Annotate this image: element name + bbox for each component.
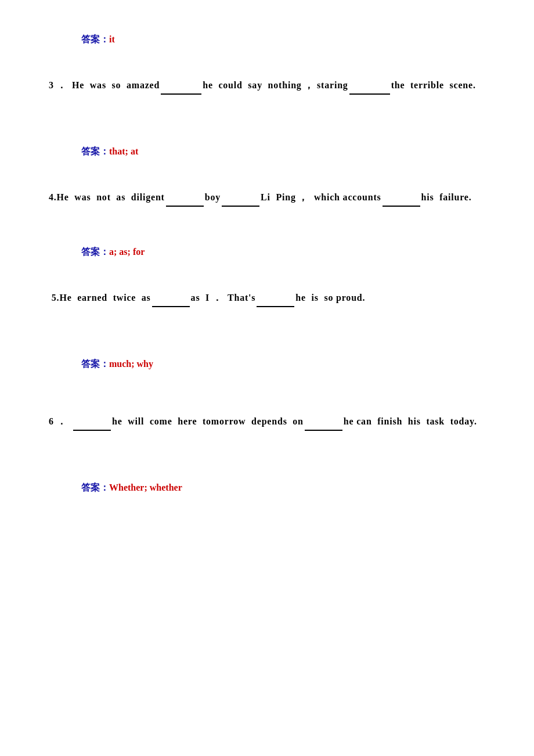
answer-block-5: 答案：much; why xyxy=(81,358,499,370)
question-6: 6 ． he will come here tomorrow depends o… xyxy=(35,411,499,431)
answer-label-4: 答案： xyxy=(81,247,109,257)
answer-value-5: much; why xyxy=(109,359,153,369)
answer-block-6: 答案：Whether; whether xyxy=(81,482,499,494)
answer-label-1: 答案： xyxy=(81,34,109,44)
answer-block-1: 答案：it xyxy=(81,34,499,46)
answer-block-3: 答案：that; at xyxy=(81,146,499,158)
answer-block-4: 答案：a; as; for xyxy=(81,246,499,258)
question-3: 3 ． He was so amazed he could say nothin… xyxy=(35,75,499,95)
answer-value-4: a; as; for xyxy=(109,247,145,257)
answer-label-3: 答案： xyxy=(81,146,109,156)
answer-label-6: 答案： xyxy=(81,483,109,492)
question-4-text: 4.He was not as diligent boy Li Ping ， w… xyxy=(35,187,499,207)
question-5: 5.He earned twice as as I ． That's he is… xyxy=(35,287,499,307)
answer-value-6: Whether; whether xyxy=(109,483,182,492)
question-5-text: 5.He earned twice as as I ． That's he is… xyxy=(35,287,499,307)
question-4: 4.He was not as diligent boy Li Ping ， w… xyxy=(35,187,499,207)
question-6-text: 6 ． he will come here tomorrow depends o… xyxy=(35,411,499,431)
answer-value-3: that; at xyxy=(109,146,138,156)
answer-label-5: 答案： xyxy=(81,359,109,369)
question-3-text: 3 ． He was so amazed he could say nothin… xyxy=(35,75,499,95)
answer-value-1: it xyxy=(109,34,115,44)
